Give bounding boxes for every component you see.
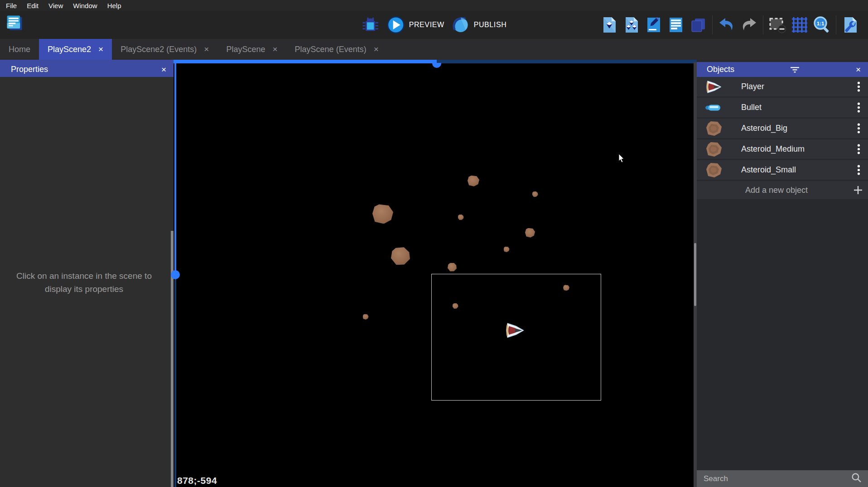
filter-icon[interactable] <box>790 66 800 73</box>
tab-bar: HomePlayScene2×PlayScene2 (Events)×PlayS… <box>0 39 868 60</box>
scene-canvas[interactable]: 878;-594 <box>174 62 697 487</box>
object-name: Asteroid_Medium <box>741 144 849 154</box>
object-menu-icon[interactable] <box>849 102 868 113</box>
publish-label: PUBLISH <box>474 21 507 29</box>
player-instance[interactable] <box>506 322 525 342</box>
tab-label: PlayScene (Events) <box>295 45 366 54</box>
undo-icon[interactable] <box>718 16 736 34</box>
scene-properties-icon[interactable] <box>600 16 618 34</box>
toolbar-group <box>713 16 763 34</box>
cursor-coordinates: 878;-594 <box>177 475 217 486</box>
object-menu-icon[interactable] <box>849 165 868 175</box>
tab-playscene2-events[interactable]: PlayScene2 (Events)× <box>112 39 217 60</box>
tab-playscene-events[interactable]: PlayScene (Events)× <box>286 39 387 60</box>
tab-home[interactable]: Home <box>0 39 39 60</box>
tab-label: Home <box>9 45 30 54</box>
menu-file[interactable]: File <box>1 1 22 10</box>
properties-title: Properties <box>11 65 48 74</box>
object-name: Asteroid_Big <box>741 124 849 133</box>
plus-icon[interactable] <box>848 185 868 195</box>
object-menu-icon[interactable] <box>849 144 868 154</box>
instances-stack-icon[interactable] <box>689 16 707 34</box>
menu-view[interactable]: View <box>43 1 68 10</box>
tab-close-icon[interactable]: × <box>374 45 379 53</box>
objects-panel: Objects × Player Bullet Asteroid_Big Ast… <box>697 62 868 487</box>
top-splitter-handle[interactable] <box>432 63 441 68</box>
toolbar-right: 1:1 <box>595 15 868 34</box>
project-settings-icon[interactable] <box>841 16 859 34</box>
asteroid-instance[interactable] <box>525 228 535 238</box>
debug-icon[interactable] <box>362 16 380 34</box>
object-menu-icon[interactable] <box>849 123 868 134</box>
main-area: Properties × Click on an instance in the… <box>0 62 868 487</box>
layers-list-icon[interactable] <box>667 16 685 34</box>
toolbar-group: 1:1 <box>763 16 836 34</box>
object-menu-icon[interactable] <box>849 81 868 92</box>
preview-label: PREVIEW <box>409 21 444 29</box>
menu-window[interactable]: Window <box>68 1 102 10</box>
asteroid-icon <box>704 121 724 136</box>
publish-button[interactable]: PUBLISH <box>452 16 507 34</box>
add-object-label: Add a new object <box>745 186 848 195</box>
object-row-bullet[interactable]: Bullet <box>697 98 868 117</box>
object-name: Asteroid_Small <box>741 165 849 175</box>
player-ship-icon <box>704 80 724 94</box>
toolbar-group <box>595 16 712 34</box>
asteroid-instance[interactable] <box>448 263 457 272</box>
properties-header: Properties × <box>0 62 174 77</box>
objects-list: Player Bullet Asteroid_Big Asteroid_Medi… <box>697 77 868 181</box>
mouse-cursor-icon <box>618 153 627 164</box>
search-bar <box>697 470 868 487</box>
bullet-icon <box>704 104 724 112</box>
search-icon <box>851 472 862 485</box>
preview-button[interactable]: PREVIEW <box>387 16 444 34</box>
canvas-scrollbar-thumb[interactable] <box>694 243 696 306</box>
top-splitter-highlight <box>174 62 437 63</box>
properties-empty-message: Click on an instance in the scene to dis… <box>0 269 168 296</box>
zoom-1-1-icon[interactable]: 1:1 <box>813 16 831 34</box>
asteroid-instance[interactable] <box>391 247 410 265</box>
left-splitter-handle[interactable] <box>171 270 180 279</box>
redo-icon[interactable] <box>740 16 758 34</box>
asteroid-icon <box>704 142 724 157</box>
object-row-asteroid_medium[interactable]: Asteroid_Medium <box>697 139 868 159</box>
objects-list-icon[interactable] <box>622 16 641 34</box>
objects-header: Objects × <box>697 62 868 77</box>
asteroid-instance[interactable] <box>363 314 369 320</box>
left-splitter-highlight <box>174 62 176 275</box>
object-row-asteroid_big[interactable]: Asteroid_Big <box>697 119 868 138</box>
object-name: Player <box>741 82 849 91</box>
canvas-scrollbar-track[interactable] <box>694 62 697 487</box>
tab-close-icon[interactable]: × <box>204 45 209 53</box>
gdevelop-logo-icon[interactable] <box>4 13 24 33</box>
tab-label: PlayScene <box>226 45 265 54</box>
svg-text:1:1: 1:1 <box>817 21 825 26</box>
asteroid-instance[interactable] <box>372 204 393 224</box>
tab-close-icon[interactable]: × <box>98 45 103 53</box>
toolbar-center: PREVIEW PUBLISH <box>362 11 507 39</box>
tab-label: PlayScene2 (Events) <box>121 45 197 54</box>
gdevelop-window: FileEditViewWindowHelp PREVIEW PUBLISH <box>0 0 868 487</box>
toolbar: PREVIEW PUBLISH 1:1 <box>0 11 868 39</box>
clear-selection-icon[interactable] <box>768 16 786 34</box>
grid-icon[interactable] <box>791 16 809 34</box>
asteroid-instance[interactable] <box>532 191 538 197</box>
close-icon[interactable]: × <box>161 65 166 75</box>
asteroid-instance[interactable] <box>468 176 479 186</box>
asteroid-icon <box>704 162 724 178</box>
menu-edit[interactable]: Edit <box>22 1 43 10</box>
tab-playscene2[interactable]: PlayScene2× <box>39 39 112 60</box>
add-object-row[interactable]: Add a new object <box>697 181 868 199</box>
tab-close-icon[interactable]: × <box>272 45 277 53</box>
scene-edit-icon[interactable] <box>645 16 663 34</box>
asteroid-instance[interactable] <box>458 215 464 220</box>
close-icon[interactable]: × <box>856 65 861 75</box>
object-row-asteroid_small[interactable]: Asteroid_Small <box>697 160 868 180</box>
properties-panel: Properties × Click on an instance in the… <box>0 62 174 487</box>
objects-title: Objects <box>707 65 734 74</box>
tab-playscene[interactable]: PlayScene× <box>217 39 286 60</box>
menu-help[interactable]: Help <box>102 1 126 10</box>
object-row-player[interactable]: Player <box>697 77 868 96</box>
search-input[interactable] <box>703 474 851 484</box>
asteroid-instance[interactable] <box>504 247 510 252</box>
